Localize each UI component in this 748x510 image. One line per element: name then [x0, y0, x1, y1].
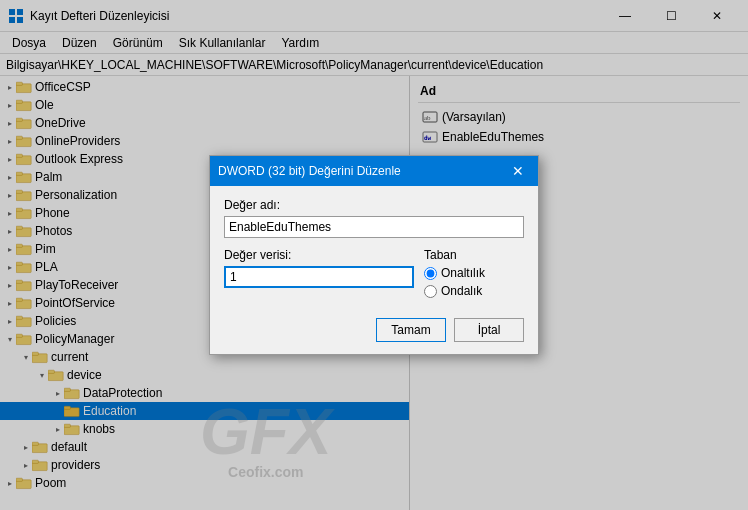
radio-dec-input[interactable]: [424, 285, 437, 298]
value-name-label: Değer adı:: [224, 198, 524, 212]
modal-row: Değer verisi: Taban Onaltılık Ondalık: [224, 248, 524, 302]
modal-buttons: Tamam İptal: [224, 318, 524, 342]
modal-radio-section: Taban Onaltılık Ondalık: [424, 248, 524, 302]
modal-title: DWORD (32 bit) Değerini Düzenle: [218, 164, 506, 178]
ok-button[interactable]: Tamam: [376, 318, 446, 342]
radio-dec[interactable]: Ondalık: [424, 284, 524, 298]
value-data-label: Değer verisi:: [224, 248, 414, 262]
modal-overlay: DWORD (32 bit) Değerini Düzenle ✕ Değer …: [0, 0, 748, 510]
base-label: Taban: [424, 248, 524, 262]
radio-dec-label: Ondalık: [441, 284, 482, 298]
radio-hex-input[interactable]: [424, 267, 437, 280]
modal-data-section: Değer verisi:: [224, 248, 414, 288]
modal-body: Değer adı: Değer verisi: Taban Onaltılık…: [210, 186, 538, 354]
modal-dialog: DWORD (32 bit) Değerini Düzenle ✕ Değer …: [209, 155, 539, 355]
value-data-input[interactable]: [224, 266, 414, 288]
value-name-input[interactable]: [224, 216, 524, 238]
modal-title-bar: DWORD (32 bit) Değerini Düzenle ✕: [210, 156, 538, 186]
cancel-button[interactable]: İptal: [454, 318, 524, 342]
radio-hex-label: Onaltılık: [441, 266, 485, 280]
modal-close-button[interactable]: ✕: [506, 159, 530, 183]
radio-hex[interactable]: Onaltılık: [424, 266, 524, 280]
